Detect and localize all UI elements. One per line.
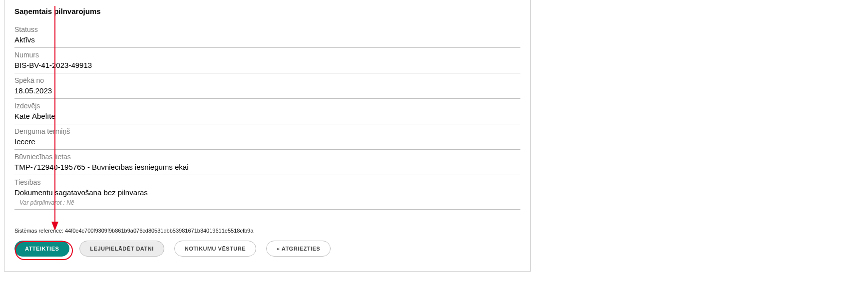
field-cases-value: TMP-712940-195765 - Būvniecības iesniegu… [14,162,520,173]
download-button[interactable]: Lejupielādēt datni [79,241,164,257]
field-number: Numurs BIS-BV-41-2023-49913 [14,48,520,73]
authorization-panel: Saņemtais pilnvarojums Statuss Aktīvs Nu… [4,0,531,272]
field-validity: Derīguma termiņš Iecere [14,124,520,150]
field-cases-label: Būvniecības lietas [14,152,520,162]
field-valid-from-label: Spēkā no [14,75,520,85]
field-rights-label: Tiesības [14,177,520,187]
button-row: Atteikties Lejupielādēt datni Notikumu v… [14,241,520,257]
field-number-label: Numurs [14,50,520,60]
system-reference-value: 44f0e4c700f9309f9b861b9a076cd80531dbb539… [65,228,253,234]
system-reference-label: Sistēmas reference: [14,228,63,234]
decline-button[interactable]: Atteikties [14,241,69,257]
field-status: Statuss Aktīvs [14,22,520,48]
field-valid-from-value: 18.05.2023 [14,85,520,96]
field-rights-sub: Var pārpilnvarot : Nē [14,198,520,207]
field-status-label: Statuss [14,24,520,34]
field-number-value: BIS-BV-41-2023-49913 [14,60,520,71]
system-reference: Sistēmas reference: 44f0e4c700f9309f9b86… [14,228,520,234]
field-validity-value: Iecere [14,136,520,147]
field-issuer-value: Kate Ābelīte [14,111,520,122]
history-button[interactable]: Notikumu vēsture [174,241,256,257]
back-button[interactable]: « Atgriezties [266,241,331,257]
field-cases: Būvniecības lietas TMP-712940-195765 - B… [14,150,520,175]
page-title: Saņemtais pilnvarojums [14,7,520,15]
field-validity-label: Derīguma termiņš [14,126,520,136]
field-issuer-label: Izdevējs [14,101,520,111]
field-rights-value: Dokumentu sagatavošana bez pilnvaras [14,187,520,198]
field-valid-from: Spēkā no 18.05.2023 [14,73,520,99]
field-rights: Tiesības Dokumentu sagatavošana bez piln… [14,175,520,210]
field-issuer: Izdevējs Kate Ābelīte [14,99,520,124]
field-status-value: Aktīvs [14,34,520,45]
